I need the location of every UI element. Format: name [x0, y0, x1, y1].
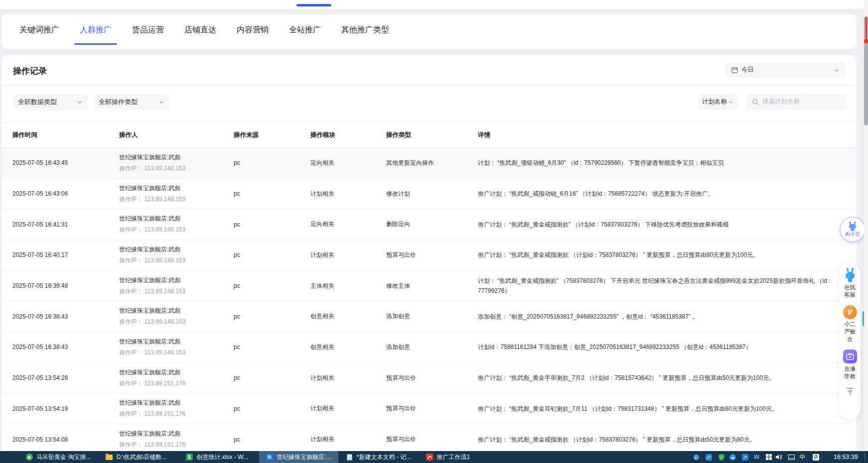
- op-source: pc: [234, 159, 310, 166]
- promo-tab-5[interactable]: 全站推广: [283, 14, 327, 45]
- promo-tab-4[interactable]: 内容营销: [230, 14, 275, 45]
- op-type: 预算与出价: [386, 435, 478, 444]
- op-type-select[interactable]: 全部操作类型: [94, 94, 169, 110]
- wps-sheet-icon: S: [185, 454, 193, 461]
- op-type: 添加创意: [386, 312, 478, 321]
- chevron-down-icon: [728, 99, 733, 105]
- sync-icon[interactable]: ⇄: [705, 454, 713, 461]
- op-ip: 操作IP： 113.89.151.176: [119, 379, 234, 388]
- op-source: pc: [234, 436, 310, 443]
- lang-zh-icon[interactable]: 中: [799, 454, 806, 461]
- op-module: 计划相关: [310, 251, 386, 259]
- data-type-select[interactable]: 全部数据类型: [13, 94, 88, 110]
- op-time: 2025-07-05 16:43:06: [12, 190, 119, 197]
- taskbar-clock: 16:53:39: [834, 451, 858, 463]
- panel-title: 操作记录: [13, 65, 47, 77]
- taskbar-item-0[interactable]: e马吊坠黄金 淘宝搜...: [19, 451, 98, 463]
- widget-divider: [843, 346, 857, 347]
- cloud-icon[interactable]: ☁: [729, 454, 736, 461]
- taskbar-item-4[interactable]: *新建文本文档 - 记...: [339, 451, 419, 463]
- taskbar-item-5[interactable]: 推广工作流1: [420, 451, 499, 463]
- op-type: 其他更新定向操作: [386, 159, 478, 167]
- live-teach-icon: [843, 349, 857, 363]
- op-time: 2025-07-05 16:39:48: [12, 282, 119, 289]
- date-range-value: 今日: [741, 66, 754, 74]
- taskbar-item-3[interactable]: 淘世纪缘珠宝旗舰店:...: [259, 451, 338, 463]
- column-header: 操作类型: [386, 131, 478, 139]
- op-detail: 推广计划： “焦武彪_黄金戒指测款” （计划id：75837803276） 下移…: [478, 220, 847, 230]
- ai-assistant-button[interactable]: AI小万: [841, 218, 865, 241]
- speaker-icon[interactable]: [775, 454, 783, 461]
- widget-live[interactable]: 直播带教: [843, 349, 857, 380]
- wps-w-icon[interactable]: W: [753, 454, 760, 461]
- scroll-marker-pin: [866, 17, 867, 39]
- op-source: pc: [234, 374, 310, 381]
- plan-search-input[interactable]: 搜索计划名称: [746, 94, 847, 110]
- op-module: 定向相关: [310, 220, 386, 229]
- customer-service-icon: [843, 268, 858, 284]
- widget-backtop[interactable]: [845, 387, 855, 397]
- op-module: 计划相关: [310, 374, 386, 382]
- op-source: pc: [234, 221, 310, 228]
- table-row: 2025-07-05 16:40:17世纪缘珠宝旗舰店:武彪操作IP： 113.…: [1, 240, 857, 271]
- tray-window-icon[interactable]: [788, 454, 795, 461]
- op-ip: 操作IP： 113.89.148.153: [119, 287, 234, 296]
- op-time: 2025-07-05 13:54:28: [12, 374, 119, 381]
- op-source: pc: [234, 344, 310, 350]
- op-ip: 操作IP： 113.89.148.153: [119, 195, 234, 204]
- op-module: 定向相关: [310, 159, 386, 167]
- operation-log-panel: 操作记录 今日 全部数据类型 全部操作类型 计划名称 搜索计划名称 操作时间操作…: [1, 55, 857, 463]
- op-ip: 操作IP： 113.89.148.153: [119, 348, 234, 357]
- promo-tab-0[interactable]: 关键词推广: [13, 14, 66, 45]
- op-user: 世纪缘珠宝旗舰店:武彪: [119, 399, 234, 407]
- table-body: 2025-07-05 16:43:45世纪缘珠宝旗舰店:武彪操作IP： 113.…: [1, 148, 857, 455]
- table-row: 2025-07-05 13:54:08世纪缘珠宝旗舰店:武彪操作IP： 113.…: [1, 424, 857, 455]
- op-module: 主体相关: [310, 282, 386, 290]
- parent-nav-strip: [0, 0, 864, 9]
- widget-divider: [843, 302, 857, 302]
- op-user: 世纪缘珠宝旗舰店:武彪: [119, 338, 234, 346]
- table-header: 操作时间操作人操作来源操作模块操作类型详情: [1, 122, 857, 148]
- column-header: 详情: [478, 130, 857, 140]
- taskbar-item-1[interactable]: D:\焦武彪\店铺数...: [99, 451, 178, 463]
- table-row: 2025-07-05 16:39:48世纪缘珠宝旗舰店:武彪操作IP： 113.…: [1, 271, 857, 302]
- shield-icon[interactable]: ✓: [718, 454, 725, 461]
- side-widget-panel: 在线客服V小二严敏吉直播带教: [839, 263, 861, 419]
- promo-tab-1[interactable]: 人群推广: [73, 14, 118, 45]
- op-source: pc: [234, 251, 310, 258]
- promo-tab-2[interactable]: 货品运营: [126, 14, 170, 45]
- date-range-select[interactable]: 今日: [725, 62, 846, 78]
- op-type: 删除定向: [386, 220, 478, 229]
- taskbar-item-2[interactable]: S创意统计.xlsx - W...: [179, 451, 258, 463]
- widget-xiaoer[interactable]: V小二严敏吉: [843, 305, 857, 343]
- op-user: 世纪缘珠宝旗舰店:武彪: [119, 276, 234, 285]
- op-type: 修改主体: [386, 282, 478, 290]
- op-detail: 计划id：75881161284 下添加创意：创意_20250705163817…: [478, 342, 847, 352]
- chevron-down-icon: [834, 67, 840, 73]
- pinyin-icon[interactable]: 拼: [812, 454, 820, 461]
- swirl-icon[interactable]: [693, 454, 700, 461]
- promo-tab-3[interactable]: 店铺直达: [178, 14, 223, 45]
- workflow-icon: [426, 454, 434, 461]
- arrow-icon[interactable]: ↗: [741, 454, 749, 461]
- promo-type-tabs: 关键词推广人群推广货品运营店铺直达内容营销全站推广其他推广类型: [1, 14, 857, 49]
- windows-taskbar: e马吊坠黄金 淘宝搜...D:\焦武彪\店铺数...S创意统计.xlsx - W…: [0, 451, 868, 463]
- op-type: 添加创意: [386, 343, 478, 351]
- windows-icon[interactable]: [765, 454, 772, 461]
- op-source: pc: [234, 282, 310, 289]
- parent-nav-active-indicator: [296, 4, 331, 6]
- table-row: 2025-07-05 16:41:31世纪缘珠宝旗舰店:武彪操作IP： 113.…: [1, 209, 857, 240]
- op-module: 计划相关: [310, 435, 386, 444]
- widget-service[interactable]: 在线客服: [843, 268, 858, 299]
- table-row: 2025-07-05 16:43:06世纪缘珠宝旗舰店:武彪操作IP： 113.…: [1, 179, 857, 210]
- op-module: 计划相关: [310, 404, 386, 413]
- plan-name-field-select[interactable]: 计划名称: [698, 94, 738, 110]
- promo-tab-6[interactable]: 其他推广类型: [335, 14, 396, 45]
- show-desktop-divider[interactable]: [865, 453, 865, 462]
- op-ip: 操作IP： 113.89.148.153: [119, 226, 234, 234]
- op-detail: 添加创意： “创意_20250705163817_946892233255” ，…: [478, 312, 847, 322]
- op-time: 2025-07-05 13:54:19: [12, 405, 119, 412]
- column-header: 操作模块: [310, 131, 386, 139]
- taobao-icon: 淘: [266, 454, 273, 461]
- op-time: 2025-07-05 16:41:31: [12, 221, 119, 228]
